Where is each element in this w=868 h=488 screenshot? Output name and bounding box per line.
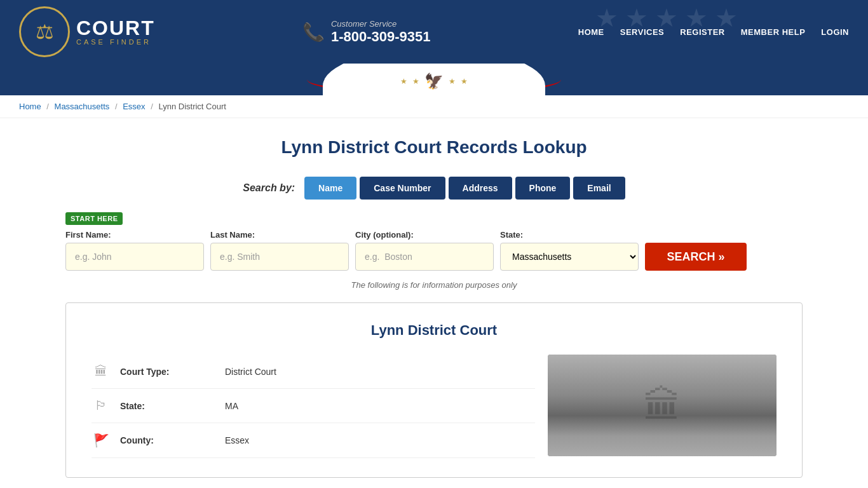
court-state-icon: 🏳 xyxy=(92,398,111,413)
eagle-icon: 🦅 xyxy=(424,72,444,90)
state-label: State: xyxy=(500,230,639,240)
nav-home[interactable]: HOME xyxy=(578,27,604,37)
last-name-input[interactable] xyxy=(210,243,349,271)
logo-text: COURT CASE FINDER xyxy=(76,18,155,46)
star-1: ★ xyxy=(400,77,407,86)
court-state-value: MA xyxy=(225,401,238,411)
state-field: State: Massachusetts Alabama Alaska Ariz… xyxy=(500,230,639,271)
breadcrumb-home[interactable]: Home xyxy=(19,102,41,111)
search-form: First Name: Last Name: City (optional): … xyxy=(65,230,803,271)
court-type-value: District Court xyxy=(225,367,276,377)
breadcrumb-sep-3: / xyxy=(151,102,153,111)
tab-phone[interactable]: Phone xyxy=(515,177,571,200)
court-state-label: State: xyxy=(120,401,215,411)
nav-member-help[interactable]: MEMBER HELP xyxy=(741,27,806,37)
tab-name[interactable]: Name xyxy=(304,177,356,200)
search-by-label: Search by: xyxy=(243,182,295,194)
banner-content: ★ ★ 🦅 ★ ★ xyxy=(400,72,468,90)
court-info-grid: 🏛 Court Type: District Court 🏳 State: MA… xyxy=(92,355,776,458)
last-name-field: Last Name: xyxy=(210,230,349,271)
phone-area: 📞 Customer Service 1-800-309-9351 xyxy=(302,19,431,45)
phone-number: 1-800-309-9351 xyxy=(331,29,431,45)
info-note: The following is for information purpose… xyxy=(65,280,803,290)
first-name-field: First Name: xyxy=(65,230,204,271)
state-select[interactable]: Massachusetts Alabama Alaska Arizona Cal… xyxy=(500,243,639,271)
court-type-label: Court Type: xyxy=(120,367,215,377)
city-label: City (optional): xyxy=(355,230,494,240)
court-card-title: Lynn District Court xyxy=(92,322,776,339)
last-name-label: Last Name: xyxy=(210,230,349,240)
court-county-icon: 🚩 xyxy=(92,433,111,448)
court-type-row: 🏛 Court Type: District Court xyxy=(92,355,535,389)
search-button[interactable]: SEARCH » xyxy=(645,243,747,271)
first-name-label: First Name: xyxy=(65,230,204,240)
breadcrumb-sep-2: / xyxy=(115,102,118,111)
breadcrumb-massachusetts[interactable]: Massachusetts xyxy=(55,102,110,111)
first-name-input[interactable] xyxy=(65,243,204,271)
nav-login[interactable]: LOGIN xyxy=(821,27,849,37)
breadcrumb-sep-1: / xyxy=(46,102,49,111)
breadcrumb: Home / Massachusetts / Essex / Lynn Dist… xyxy=(0,95,868,118)
city-field: City (optional): xyxy=(355,230,494,271)
nav-services[interactable]: SERVICES xyxy=(620,27,665,37)
tab-address[interactable]: Address xyxy=(449,177,512,200)
logo-area: COURT CASE FINDER xyxy=(19,6,155,57)
breadcrumb-essex[interactable]: Essex xyxy=(123,102,145,111)
logo-badge xyxy=(19,6,70,57)
court-county-value: Essex xyxy=(225,435,249,445)
star-3: ★ xyxy=(449,77,456,86)
tab-case-number[interactable]: Case Number xyxy=(360,177,445,200)
city-input[interactable] xyxy=(355,243,494,271)
court-type-icon: 🏛 xyxy=(92,364,111,379)
phone-info: Customer Service 1-800-309-9351 xyxy=(331,19,431,45)
page-title: Lynn District Court Records Lookup xyxy=(65,137,803,158)
main-content: Lynn District Court Records Lookup Searc… xyxy=(53,118,815,488)
court-image xyxy=(548,355,776,456)
court-card: Lynn District Court 🏛 Court Type: Distri… xyxy=(65,302,803,478)
phone-icon: 📞 xyxy=(302,22,325,43)
tab-email[interactable]: Email xyxy=(573,177,625,200)
nav-register[interactable]: REGISTER xyxy=(680,27,724,37)
banner-area: ★ ★ 🦅 ★ ★ xyxy=(0,64,868,95)
court-image-placeholder xyxy=(548,355,776,456)
breadcrumb-current: Lynn District Court xyxy=(158,102,226,111)
phone-label: Customer Service xyxy=(331,19,431,29)
court-details: 🏛 Court Type: District Court 🏳 State: MA… xyxy=(92,355,535,458)
start-here-badge: START HERE xyxy=(65,212,123,225)
court-county-label: County: xyxy=(120,435,215,445)
logo-sub-text: CASE FINDER xyxy=(76,38,155,46)
star-4: ★ xyxy=(461,77,468,86)
site-header: ★ ★ ★ ★ ★ COURT CASE FINDER 📞 Customer S… xyxy=(0,0,868,64)
logo-court-text: COURT xyxy=(76,18,155,38)
search-by-row: Search by: Name Case Number Address Phon… xyxy=(65,177,803,200)
court-state-row: 🏳 State: MA xyxy=(92,389,535,423)
main-nav: HOME SERVICES REGISTER MEMBER HELP LOGIN xyxy=(578,27,849,37)
star-2: ★ xyxy=(412,77,419,86)
court-county-row: 🚩 County: Essex xyxy=(92,423,535,458)
